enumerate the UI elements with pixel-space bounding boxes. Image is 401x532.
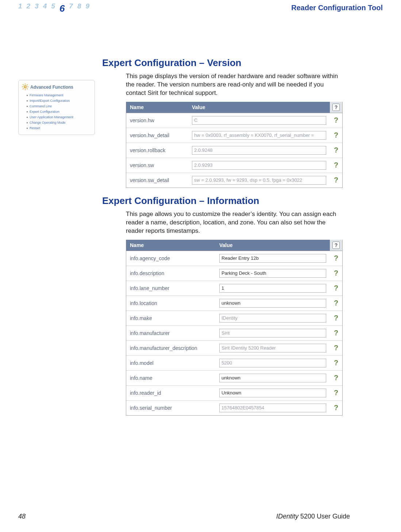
param-name: info.serial_number [126,400,216,415]
help-icon[interactable]: ? [330,143,342,158]
param-name: info.manufacturer_description [126,340,216,355]
param-name: version.hw [126,113,188,128]
help-header-icon: ? [332,242,340,249]
param-input [192,116,326,125]
sidebar-item[interactable]: Expert Configuration [27,109,92,115]
sidebar-item[interactable]: Command Line [27,104,92,109]
table-row: version.hw_detail? [126,128,342,143]
sidebar-item[interactable]: Firmware Management [27,93,92,98]
table-row: version.sw_detail? [126,173,342,188]
help-icon[interactable]: ? [330,370,342,385]
col-header-help: ? [330,240,342,251]
gear-icon [22,83,29,91]
sidebar-item[interactable]: User Application Management [27,115,92,120]
param-input[interactable] [219,299,326,308]
param-name: info.make [126,311,216,325]
table-row: version.hw? [126,113,342,128]
col-header-value: Value [188,102,330,113]
table-row: info.make? [126,311,342,325]
table-row: info.model? [126,355,342,370]
svg-line-8 [27,84,28,85]
advanced-functions-panel: Advanced Functions Firmware ManagementIm… [18,80,95,135]
help-icon[interactable]: ? [330,325,342,340]
param-input [192,131,326,140]
param-input[interactable] [219,269,326,278]
col-header-value: Value [216,240,330,251]
param-name: info.model [126,355,216,370]
param-input [219,359,326,367]
param-input[interactable] [219,389,326,397]
pager-link-1[interactable]: 1 [18,2,22,14]
param-name: version.sw_detail [126,173,188,188]
pager-link-7[interactable]: 7 [69,2,73,14]
help-icon[interactable]: ? [330,400,342,415]
param-input [192,146,326,155]
table-row: version.sw? [126,158,342,173]
param-input [219,329,326,338]
pager-link-3[interactable]: 3 [35,2,39,14]
param-input [219,344,326,352]
section-version-body: This page displays the version of reader… [126,72,343,97]
col-header-name: Name [126,102,188,113]
help-icon[interactable]: ? [330,113,342,128]
pager-link-8[interactable]: 8 [77,2,81,14]
help-icon[interactable]: ? [330,173,342,188]
help-icon[interactable]: ? [330,251,342,266]
page-number: 48 [18,513,26,520]
param-input[interactable] [219,284,326,293]
table-row: info.description? [126,266,342,281]
table-row: info.name? [126,370,342,385]
help-icon[interactable]: ? [330,281,342,296]
help-icon[interactable]: ? [330,311,342,325]
help-header-icon: ? [332,104,340,111]
pager-link-2[interactable]: 2 [27,2,31,14]
help-icon[interactable]: ? [330,296,342,311]
sidebar-item[interactable]: Change Operating Mode [27,120,92,126]
pager-link-5[interactable]: 5 [51,2,55,14]
param-name: info.lane_number [126,281,216,296]
table-row: version.rollback? [126,143,342,158]
table-row: info.manufacturer? [126,325,342,340]
table-row: info.lane_number? [126,281,342,296]
page-footer: 48 IDentity 5200 User Guide [18,513,350,520]
pager-link-9[interactable]: 9 [86,2,90,14]
param-name: info.manufacturer [126,325,216,340]
info-table: Name Value ? info.agency_code?info.descr… [126,240,343,416]
param-input [192,176,326,185]
info-table-body: info.agency_code?info.description?info.l… [126,251,342,415]
svg-line-5 [23,84,24,85]
param-input[interactable] [219,254,326,263]
help-icon[interactable]: ? [330,128,342,143]
table-row: info.manufacturer_description? [126,340,342,355]
section-info-heading: Expert Configuration – Information [102,195,343,207]
param-name: info.agency_code [126,251,216,266]
table-row: info.serial_number? [126,400,342,415]
version-table: Name Value ? version.hw?version.hw_detai… [126,102,343,188]
doc-title: Reader Configuration Tool [291,4,383,12]
pager-link-6[interactable]: 6 [59,3,65,14]
param-input [219,404,326,412]
help-icon[interactable]: ? [330,158,342,173]
help-icon[interactable]: ? [330,385,342,400]
col-header-name: Name [126,240,216,251]
pager-link-4[interactable]: 4 [43,2,47,14]
version-table-body: version.hw?version.hw_detail?version.rol… [126,113,342,188]
param-name: info.description [126,266,216,281]
param-input[interactable] [219,374,326,382]
help-icon[interactable]: ? [330,355,342,370]
sidebar-title: Advanced Functions [30,85,73,90]
sidebar-item[interactable]: Import/Export Configuration [27,98,92,104]
param-name: info.location [126,296,216,311]
sidebar-item[interactable]: Restart [27,126,92,131]
sidebar-list: Firmware ManagementImport/Export Configu… [27,93,92,131]
sidebar: Advanced Functions Firmware ManagementIm… [18,57,95,419]
help-icon[interactable]: ? [330,340,342,355]
param-name: version.hw_detail [126,128,188,143]
table-row: info.reader_id? [126,385,342,400]
chapter-pager: 123456789 [18,2,89,14]
param-input [219,314,326,323]
help-icon[interactable]: ? [330,266,342,281]
param-name: info.reader_id [126,385,216,400]
param-input [192,161,326,170]
svg-point-9 [24,86,26,87]
